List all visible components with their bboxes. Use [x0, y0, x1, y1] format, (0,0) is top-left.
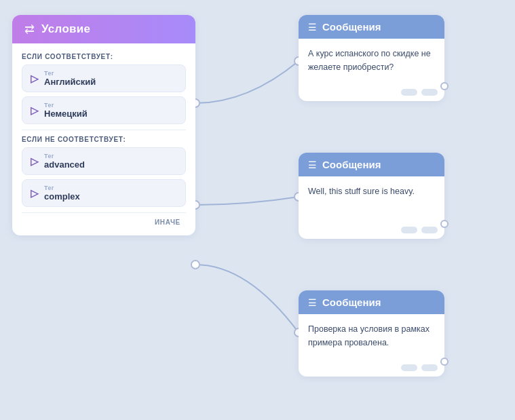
msg-right-dot-1	[440, 82, 449, 90]
if-not-matches-label: ЕСЛИ НЕ СООТВЕТСТВУЕТ:	[22, 136, 186, 143]
message-title-1: Сообщения	[322, 21, 381, 33]
section-divider-2	[22, 212, 186, 213]
tag-name-3: advanced	[44, 159, 85, 170]
match-tag-2[interactable]: ▷ Тег Немецкий	[22, 96, 186, 124]
message-node-3[interactable]: ☰ Сообщения Проверка на условия в рамках…	[299, 290, 444, 377]
tag-name-4: complex	[44, 191, 80, 202]
footer-dot-3b	[421, 364, 438, 371]
message-header-3: ☰ Сообщения	[299, 290, 444, 314]
message-title-2: Сообщения	[322, 159, 381, 170]
message-body-3: Проверка на условия в рамках примера про…	[299, 314, 444, 362]
match-tag-1[interactable]: ▷ Тег Английский	[22, 64, 186, 92]
shuffle-icon: ⇄	[24, 22, 35, 37]
message-footer-1	[299, 86, 444, 101]
msg-right-dot-2	[440, 220, 449, 228]
message-header-1: ☰ Сообщения	[299, 15, 444, 39]
footer-dot-2a	[401, 227, 417, 233]
footer-dot-2b	[421, 227, 438, 233]
message-icon-2: ☰	[308, 159, 317, 170]
tag-type-1: Тег	[44, 70, 96, 77]
msg-right-dot-3	[440, 358, 449, 366]
tag-icon-2: ▷	[31, 104, 39, 117]
message-text-3: Проверка на условия в рамках примера про…	[308, 324, 430, 347]
if-matches-label: ЕСЛИ СООТВЕТСТВУЕТ:	[22, 53, 186, 60]
canvas: ⇄ Условие ЕСЛИ СООТВЕТСТВУЕТ: ▷ Тег Англ…	[0, 0, 515, 420]
message-text-2: Well, this stuff sure is heavy.	[308, 187, 415, 196]
message-body-1: А курс испанского по скидке не желаете п…	[299, 39, 444, 86]
tag-icon-4: ▷	[31, 187, 39, 199]
section-divider-1	[22, 130, 186, 130]
message-node-1[interactable]: ☰ Сообщения А курс испанского по скидке …	[299, 15, 444, 101]
footer-dot-1a	[401, 89, 417, 96]
message-icon-1: ☰	[308, 22, 317, 33]
message-body-2: Well, this stuff sure is heavy.	[299, 176, 444, 224]
tag-icon-3: ▷	[31, 155, 39, 168]
message-text-1: А курс испанского по скидке не желаете п…	[308, 49, 431, 72]
message-footer-2	[299, 224, 444, 239]
tag-type-3: Тег	[44, 153, 85, 159]
condition-body: ЕСЛИ СООТВЕТСТВУЕТ: ▷ Тег Английский ▷ Т…	[12, 43, 195, 235]
condition-header: ⇄ Условие	[12, 15, 195, 43]
tag-icon-1: ▷	[31, 73, 39, 85]
tag-type-4: Тег	[44, 185, 80, 191]
message-header-2: ☰ Сообщения	[299, 153, 444, 176]
message-icon-3: ☰	[308, 297, 317, 308]
message-footer-3	[299, 362, 444, 377]
svg-point-2	[191, 261, 199, 269]
footer-dot-3a	[401, 364, 417, 371]
no-match-tag-2[interactable]: ▷ Тег complex	[22, 179, 186, 207]
no-match-tag-1[interactable]: ▷ Тег advanced	[22, 147, 186, 175]
tag-name-2: Немецкий	[44, 109, 88, 119]
condition-node[interactable]: ⇄ Условие ЕСЛИ СООТВЕТСТВУЕТ: ▷ Тег Англ…	[12, 15, 195, 235]
tag-name-1: Английский	[44, 77, 96, 87]
message-title-3: Сообщения	[322, 297, 381, 308]
condition-title: Условие	[41, 22, 90, 36]
footer-dot-1b	[421, 89, 438, 96]
tag-type-2: Тег	[44, 102, 88, 109]
message-node-2[interactable]: ☰ Сообщения Well, this stuff sure is hea…	[299, 153, 444, 239]
otherwise-label: ИНАЧЕ	[22, 218, 186, 226]
